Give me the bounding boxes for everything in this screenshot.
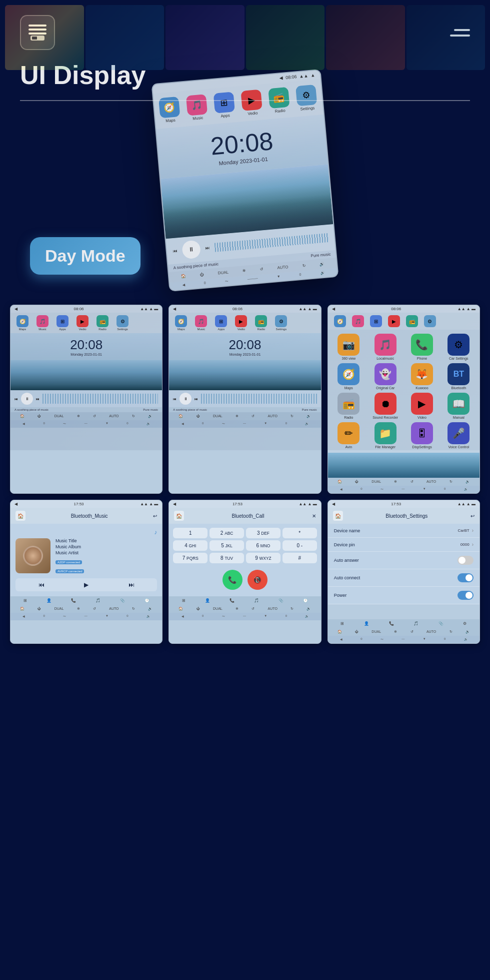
bt-settings-back[interactable]: ↩ [470, 513, 474, 519]
bt-music-status: ◀ 17:53 ▲▲ ▲ ▬ [10, 500, 162, 508]
dial-0dash[interactable]: 0 - [282, 540, 317, 551]
bt-prev-btn[interactable]: ⏮ [38, 581, 44, 588]
dial-7[interactable]: 7 PQRS [173, 553, 208, 563]
bt-play-btn[interactable]: ▶ [84, 581, 88, 588]
bt-music-note-icon: ♪ [154, 529, 157, 536]
settings-home-icon[interactable]: 🏠 [333, 511, 343, 521]
bt-music-back[interactable]: ↩ [153, 513, 157, 519]
card-bt-music: ◀ 17:53 ▲▲ ▲ ▬ 🏠 Bluetooth_Music ↩ ♪ [10, 500, 162, 644]
chevron-icon-2: › [472, 542, 474, 547]
bg-collage [0, 0, 490, 450]
dial-3[interactable]: 3 DEF [246, 528, 280, 538]
auto-connect-toggle[interactable] [458, 573, 474, 582]
setting-device-pin: Device pin 0000 › [328, 538, 480, 552]
dial-9[interactable]: 9 WXYZ [246, 553, 280, 563]
header: UI Display [0, 0, 490, 126]
dial-8[interactable]: 8 TUV [210, 553, 244, 563]
chevron-icon: › [472, 528, 474, 533]
dial-2[interactable]: 2 ABC [210, 528, 244, 538]
power-toggle[interactable] [458, 591, 474, 600]
dial-6[interactable]: 6 MNO [246, 540, 280, 551]
bt-music-header: 🏠 Bluetooth_Music ↩ [10, 508, 162, 524]
setting-auto-answer: Auto answer [328, 552, 480, 569]
call-reject-btn[interactable]: 📵 [248, 570, 268, 590]
dial-star[interactable]: * [282, 528, 317, 538]
dial-1[interactable]: 1 [173, 528, 208, 538]
card3-landscape [328, 453, 480, 478]
bt-dialpad: 1 2 ABC 3 DEF * 4 GHI 5 JKL 6 MNO 0 - 7 … [173, 528, 316, 563]
home-icon[interactable]: 🏠 [16, 511, 26, 521]
bt-call-content: 1 2 ABC 3 DEF * 4 GHI 5 JKL 6 MNO 0 - 7 … [169, 524, 320, 596]
bt-settings-status: ◀ 17:53 ▲▲ ▲ ▬ [328, 500, 480, 508]
bt-album-art [16, 538, 50, 573]
bt-settings-header: 🏠 Bluetooth_Settings ↩ [328, 508, 480, 524]
call-home-icon[interactable]: 🏠 [174, 511, 184, 521]
a2dp-badge: A2DP connected [56, 560, 82, 564]
bt-next-btn[interactable]: ⏭ [128, 581, 134, 588]
setting-auto-connect: Auto connect [328, 569, 480, 587]
bt-music-artwork-row: Music Title Music Album Music Artist A2D… [16, 538, 157, 574]
setting-device-name: Device name CarBT › [328, 524, 480, 538]
bt-music-controls: ⏮ ▶ ⏭ [16, 578, 157, 591]
bt-settings-content: Device name CarBT › Device pin 0000 › Au… [328, 524, 480, 604]
card-bt-call: ◀ 17:53 ▲▲ ▲ ▬ 🏠 Bluetooth_Call ✕ 1 2 AB… [168, 500, 321, 644]
bt-call-buttons: 📞 📵 [173, 567, 316, 592]
dial-5[interactable]: 5 JKL [210, 540, 244, 551]
bt-call-header: 🏠 Bluetooth_Call ✕ [169, 508, 320, 524]
dial-4[interactable]: 4 GHI [173, 540, 208, 551]
setting-power: Power [328, 587, 480, 604]
auto-answer-toggle[interactable] [458, 556, 474, 565]
avrcp-badge: AVRCP connected [56, 569, 84, 573]
bt-music-info: Music Title Music Album Music Artist A2D… [56, 538, 157, 574]
card-bt-settings: ◀ 17:53 ▲▲ ▲ ▬ 🏠 Bluetooth_Settings ↩ De… [328, 500, 480, 644]
call-accept-btn[interactable]: 📞 [222, 570, 242, 590]
bt-call-status: ◀ 17:53 ▲▲ ▲ ▬ [169, 500, 320, 508]
row2: ◀ 17:53 ▲▲ ▲ ▬ 🏠 Bluetooth_Music ↩ ♪ [10, 500, 480, 644]
bt-music-content: ♪ Music Title Music Album Music Artist A… [10, 524, 162, 596]
bt-call-close[interactable]: ✕ [312, 513, 316, 519]
dial-hash[interactable]: # [282, 553, 317, 563]
